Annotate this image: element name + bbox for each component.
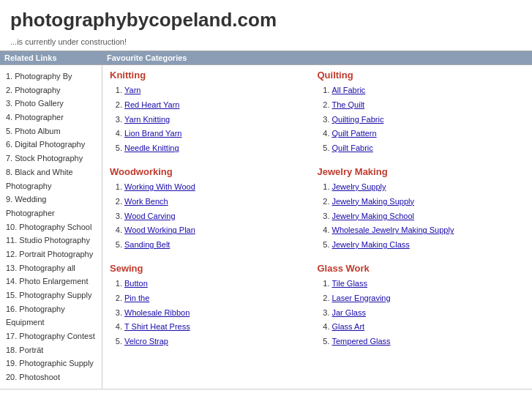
sidebar-item: 14. Photo Enlargement: [6, 275, 96, 288]
category-link[interactable]: Button: [124, 279, 148, 288]
sidebar-item: 16. Photography Equipment: [6, 302, 96, 329]
sidebar-item: 2. Photography: [6, 83, 96, 97]
category-section: KnittingYarnRed Heart YarnYarn KnittingL…: [110, 70, 310, 156]
category-section: Jewelry MakingJewelry SupplyJewelry Maki…: [318, 166, 518, 253]
list-item: Quilt Fabric: [332, 141, 518, 156]
list-item: Jewelry Making School: [332, 209, 518, 224]
category-link[interactable]: Sanding Belt: [124, 240, 170, 249]
list-item: Button: [124, 277, 310, 291]
sidebar-item: 12. Portrait Photography: [6, 247, 96, 261]
category-link[interactable]: Working With Wood: [124, 182, 195, 191]
category-list: ButtonPin theWholesale RibbonT Shirt Hea…: [110, 277, 310, 349]
list-item: Velcro Strap: [124, 335, 310, 349]
category-link[interactable]: Jewelry Supply: [332, 182, 386, 191]
list-item: Working With Wood: [124, 180, 310, 195]
sidebar-item: 8. Black and White Photography: [6, 165, 96, 193]
sidebar-item: 7. Stock Photography: [6, 152, 96, 165]
sidebar-item: 19. Photographic Supply: [6, 357, 96, 370]
category-title: Sewing: [110, 263, 310, 274]
list-item: The Quilt: [332, 98, 518, 113]
categories-columns: KnittingYarnRed Heart YarnYarn KnittingL…: [102, 65, 532, 364]
list-item: Yarn: [124, 83, 310, 98]
list-item: Jewelry Making Class: [332, 238, 518, 253]
list-item: Jewelry Supply: [332, 180, 518, 195]
sidebar-item: 11. Studio Photography: [6, 234, 96, 247]
category-link[interactable]: Jewelry Making Class: [332, 240, 410, 249]
category-link[interactable]: Yarn: [124, 86, 141, 94]
category-title: Jewelry Making: [318, 166, 518, 177]
list-item: Jar Glass: [332, 306, 518, 321]
category-link[interactable]: Pin the: [124, 294, 149, 302]
list-item: Tempered Glass: [332, 335, 518, 349]
category-link[interactable]: Tile Glass: [332, 279, 368, 288]
category-list: Working With WoodWork BenchWood CarvingW…: [110, 180, 310, 253]
category-link[interactable]: Laser Engraving: [332, 294, 391, 302]
list-item: Sanding Belt: [124, 238, 310, 253]
category-link[interactable]: Velcro Strap: [124, 337, 168, 346]
sidebar-item: 4. Photographer: [6, 111, 96, 124]
sidebar-item: 6. Digital Photography: [6, 138, 96, 152]
category-link[interactable]: Wholesale Ribbon: [124, 308, 190, 317]
category-link[interactable]: Quilt Fabric: [332, 143, 373, 152]
list-item: Needle Knitting: [124, 141, 310, 156]
categories-content: KnittingYarnRed Heart YarnYarn KnittingL…: [102, 65, 532, 389]
category-link[interactable]: Jar Glass: [332, 308, 366, 317]
category-link[interactable]: Wood Working Plan: [124, 225, 195, 234]
category-title: Knitting: [110, 70, 310, 81]
right-category-column: QuiltingAll FabricThe QuiltQuilting Fabr…: [318, 70, 525, 359]
category-section: Glass WorkTile GlassLaser EngravingJar G…: [318, 263, 518, 349]
category-title: Woodworking: [110, 166, 310, 177]
category-link[interactable]: Needle Knitting: [124, 143, 179, 152]
category-section: WoodworkingWorking With WoodWork BenchWo…: [110, 166, 310, 253]
category-link[interactable]: Lion Brand Yarn: [124, 129, 181, 138]
footer-links: Photography ByPhotographyPhoto GalleryPh…: [0, 389, 532, 399]
category-link[interactable]: All Fabric: [332, 86, 366, 94]
sidebar-item: 5. Photo Album: [6, 124, 96, 138]
list-item: Tile Glass: [332, 277, 518, 291]
list-item: Wood Working Plan: [124, 223, 310, 238]
list-item: Glass Art: [332, 320, 518, 335]
category-link[interactable]: Glass Art: [332, 322, 365, 331]
category-link[interactable]: Quilt Pattern: [332, 129, 377, 138]
category-link[interactable]: Jewelry Making Supply: [332, 197, 415, 206]
category-link[interactable]: Quilting Fabric: [332, 115, 384, 124]
category-list: Jewelry SupplyJewelry Making SupplyJewel…: [318, 180, 518, 253]
list-item: Pin the: [124, 291, 310, 306]
sidebar-item: 20. Photoshoot: [6, 370, 96, 384]
category-link[interactable]: Yarn Knitting: [124, 115, 170, 124]
category-link[interactable]: Wood Carving: [124, 212, 176, 220]
column-headers: Related Links Favourite Categories: [0, 51, 532, 65]
list-item: Yarn Knitting: [124, 113, 310, 127]
list-item: Work Bench: [124, 195, 310, 209]
category-section: SewingButtonPin theWholesale RibbonT Shi…: [110, 263, 310, 349]
fav-categories-header: Favourite Categories: [102, 51, 532, 65]
category-title: Glass Work: [318, 263, 518, 274]
sidebar-item: 10. Photography School: [6, 220, 96, 234]
category-link[interactable]: Jewelry Making School: [332, 212, 415, 220]
sidebar-item: 17. Photography Contest: [6, 329, 96, 343]
list-item: Wood Carving: [124, 209, 310, 224]
list-item: Laser Engraving: [332, 291, 518, 306]
list-item: Quilt Pattern: [332, 127, 518, 141]
category-link[interactable]: T Shirt Heat Press: [124, 322, 190, 331]
list-item: Wholesale Ribbon: [124, 306, 310, 321]
category-list: All FabricThe QuiltQuilting FabricQuilt …: [318, 83, 518, 156]
category-list: Tile GlassLaser EngravingJar GlassGlass …: [318, 277, 518, 349]
main-layout-table: Related Links Favourite Categories 1. Ph…: [0, 51, 532, 389]
list-item: T Shirt Heat Press: [124, 320, 310, 335]
list-item: Quilting Fabric: [332, 113, 518, 127]
sidebar-item: 1. Photography By: [6, 70, 96, 83]
category-link[interactable]: Wholesale Jewelry Making Supply: [332, 225, 454, 234]
category-link[interactable]: The Quilt: [332, 100, 365, 109]
sidebar-item: 15. Photography Supply: [6, 288, 96, 302]
category-link[interactable]: Red Heart Yarn: [124, 100, 179, 109]
category-link[interactable]: Work Bench: [124, 197, 168, 206]
sidebar: 1. Photography By2. Photography3. Photo …: [0, 65, 102, 389]
category-link[interactable]: Tempered Glass: [332, 337, 391, 346]
list-item: Wholesale Jewelry Making Supply: [332, 223, 518, 238]
main-content-row: 1. Photography By2. Photography3. Photo …: [0, 65, 532, 389]
sidebar-item: 9. Wedding Photographer: [6, 193, 96, 220]
related-links-list: 1. Photography By2. Photography3. Photo …: [0, 65, 102, 389]
site-title: photographybycopeland.com: [10, 9, 522, 31]
sidebar-item: 18. Porträt: [6, 343, 96, 357]
